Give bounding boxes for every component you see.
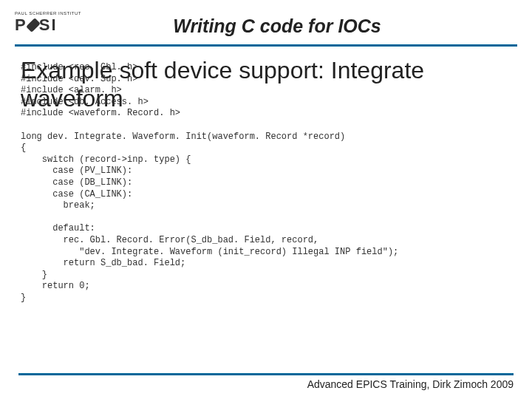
footer-text: Advanced EPICS Training, Dirk Zimoch 200…: [18, 378, 514, 390]
page-title: Writing C code for IOCs: [81, 16, 517, 37]
logo-shape-icon: [26, 18, 41, 33]
logo-letter-s: S: [39, 16, 52, 35]
slide-footer: Advanced EPICS Training, Dirk Zimoch 200…: [18, 373, 514, 390]
footer-divider: [18, 373, 514, 375]
logo-letter-p: P: [15, 16, 27, 35]
slide-header: PAUL SCHERRER INSTITUT PSI Writing C cod…: [0, 0, 532, 44]
code-example: #include <rec. Gbl. h> #include <dev. Su…: [21, 62, 398, 304]
psi-logo: PAUL SCHERRER INSTITUT PSI: [15, 11, 81, 41]
slide-content: Example soft device support: Integrate w…: [0, 52, 532, 117]
logo-brand: PSI: [15, 16, 81, 35]
header-divider: [15, 44, 517, 47]
logo-letter-i: I: [51, 16, 57, 35]
